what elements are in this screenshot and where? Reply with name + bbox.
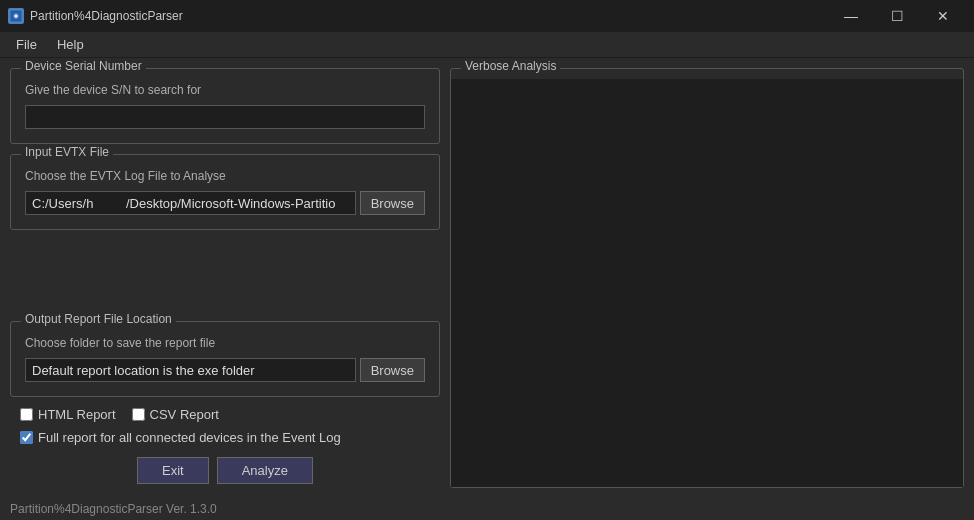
svg-point-2 (15, 15, 18, 18)
device-sn-group: Device Serial Number Give the device S/N… (10, 68, 440, 144)
verbose-analysis-panel: Verbose Analysis (450, 68, 964, 488)
input-evtx-browse[interactable]: Browse (360, 191, 425, 215)
bottom-controls: HTML Report CSV Report Full report for a… (10, 407, 440, 488)
csv-report-checkbox-label[interactable]: CSV Report (132, 407, 219, 422)
input-evtx-row: Browse (25, 191, 425, 215)
html-report-label: HTML Report (38, 407, 116, 422)
input-evtx-label: Choose the EVTX Log File to Analyse (25, 169, 425, 183)
verbose-analysis-content[interactable] (451, 79, 963, 487)
window-controls: — ☐ ✕ (828, 0, 966, 32)
maximize-button[interactable]: ☐ (874, 0, 920, 32)
input-evtx-group: Input EVTX File Choose the EVTX Log File… (10, 154, 440, 230)
output-report-group: Output Report File Location Choose folde… (10, 321, 440, 397)
input-evtx-legend: Input EVTX File (21, 145, 113, 159)
menu-file[interactable]: File (6, 35, 47, 54)
menu-bar: File Help (0, 32, 974, 58)
html-report-checkbox[interactable] (20, 408, 33, 421)
minimize-button[interactable]: — (828, 0, 874, 32)
csv-report-label: CSV Report (150, 407, 219, 422)
output-report-row: Browse (25, 358, 425, 382)
action-buttons-row: Exit Analyze (10, 457, 440, 484)
verbose-analysis-legend: Verbose Analysis (461, 59, 560, 73)
device-sn-input[interactable] (25, 105, 425, 129)
close-button[interactable]: ✕ (920, 0, 966, 32)
input-evtx-path[interactable] (25, 191, 356, 215)
output-report-legend: Output Report File Location (21, 312, 176, 326)
main-content: Device Serial Number Give the device S/N… (0, 58, 974, 498)
output-report-label: Choose folder to save the report file (25, 336, 425, 350)
version-text: Partition%4DiagnosticParser Ver. 1.3.0 (0, 498, 974, 520)
device-sn-legend: Device Serial Number (21, 59, 146, 73)
window-title: Partition%4DiagnosticParser (30, 9, 828, 23)
menu-help[interactable]: Help (47, 35, 94, 54)
full-report-checkbox[interactable] (20, 431, 33, 444)
csv-report-checkbox[interactable] (132, 408, 145, 421)
output-report-path[interactable] (25, 358, 356, 382)
device-sn-label: Give the device S/N to search for (25, 83, 425, 97)
left-panel: Device Serial Number Give the device S/N… (10, 68, 440, 488)
title-bar: Partition%4DiagnosticParser — ☐ ✕ (0, 0, 974, 32)
exit-button[interactable]: Exit (137, 457, 209, 484)
app-icon (8, 8, 24, 24)
output-report-browse[interactable]: Browse (360, 358, 425, 382)
html-report-checkbox-label[interactable]: HTML Report (20, 407, 116, 422)
full-report-row: Full report for all connected devices in… (10, 430, 440, 445)
full-report-label[interactable]: Full report for all connected devices in… (38, 430, 341, 445)
checkboxes-row: HTML Report CSV Report (10, 407, 440, 422)
analyze-button[interactable]: Analyze (217, 457, 313, 484)
